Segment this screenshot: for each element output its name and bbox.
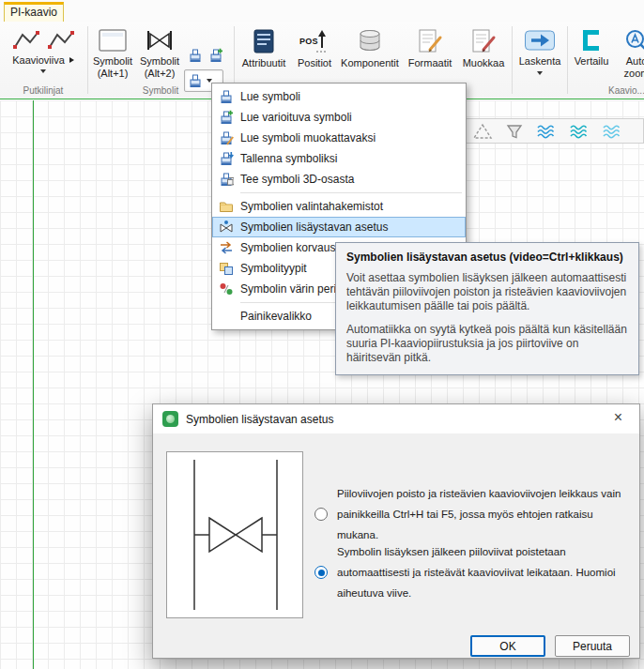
- menu-item-label: Painikevalikko: [240, 310, 312, 323]
- symbol-types-icon: [219, 261, 234, 276]
- valve-symbol-drawing: [167, 452, 302, 617]
- symbolit1-shortcut: (Alt+1): [93, 68, 132, 80]
- group-label-kaavio: Kaavio...: [608, 85, 644, 96]
- ribbon-tab-bar: PI-kaavio: [0, 0, 644, 22]
- tooltip-symbolien-lisaystavan-asetus: Symbolien lisäystavan asetus (video=Ctrl…: [335, 242, 639, 375]
- formaatit-label: Formaatit: [408, 57, 452, 69]
- hatch-waves-icon[interactable]: [602, 123, 622, 140]
- hatch-waves-icon[interactable]: [536, 123, 557, 140]
- group-label-symbolit: Symbolit: [90, 85, 231, 96]
- filter-funnel-icon[interactable]: [505, 122, 524, 141]
- menu-item-lue-varioituva-symboli[interactable]: Lue varioituva symboli: [212, 107, 466, 128]
- ribbon-button-laskenta[interactable]: Laskenta: [514, 23, 565, 97]
- positiot-label: Positiot: [298, 57, 331, 69]
- menu-item-label: Lue symboli: [240, 90, 300, 103]
- menu-item-lue-symboli[interactable]: Lue symboli: [212, 86, 466, 107]
- symbol-stamp-plus-icon: [219, 110, 234, 125]
- chevron-down-icon: [537, 71, 543, 75]
- pos-arrow-icon: POS: [299, 28, 330, 54]
- option-1-text: Piiloviivojen poisto ja risteävien kaavi…: [337, 483, 634, 545]
- komponentit-label: Komponentit: [341, 57, 399, 69]
- components-database-icon: [355, 28, 385, 54]
- group-label-putkilinjat: Putkilinjat: [2, 85, 84, 96]
- calc-arrow-icon: [524, 28, 556, 53]
- valve-settings-icon: [219, 220, 234, 235]
- arrow-right-icon: [69, 57, 74, 63]
- tooltip-body-1: Voit asettaa symbolien lisäyksen jälkeen…: [346, 271, 628, 313]
- hatch-waves-icon[interactable]: [569, 123, 590, 140]
- triangle-tool-icon[interactable]: [472, 122, 493, 141]
- format-document-pencil-icon: [416, 28, 444, 54]
- dialog-close-button[interactable]: ×: [597, 404, 639, 433]
- symbolit2-label: Symbolit: [140, 55, 179, 68]
- menu-item-symbolien-lisaystavan-asetus[interactable]: Symbolien lisäystavan asetus: [212, 217, 466, 237]
- cancel-button[interactable]: Peruuta: [555, 635, 630, 657]
- radio-option-2[interactable]: [314, 566, 328, 579]
- auto-zoom-icon: [624, 28, 644, 53]
- vertailu-label: Vertailu: [575, 55, 609, 68]
- menu-separator: [240, 192, 462, 193]
- attributes-panel-icon: [252, 28, 276, 54]
- group-divider: [87, 26, 88, 94]
- symbol-stamp-save-icon: [219, 151, 234, 166]
- swap-arrows-icon: [219, 240, 234, 255]
- symbol-stamp-edit-icon: [219, 130, 234, 145]
- dialog-title-bar: Symbolien lisäystavan asetus ×: [153, 404, 639, 433]
- menu-item-label: Symbolien valintahakemistot: [240, 200, 383, 213]
- laskenta-label: Laskenta: [519, 55, 561, 68]
- canvas-mini-toolbar: [460, 118, 644, 144]
- ok-button[interactable]: OK: [470, 635, 545, 657]
- symbol-stamp-icon[interactable]: [188, 48, 203, 63]
- valve-preview: [166, 451, 303, 618]
- autozoom-label-2: zoom: [624, 68, 644, 80]
- tooltip-title: Symbolien lisäystavan asetus (video=Ctrl…: [346, 251, 628, 264]
- dialog-app-icon: [162, 411, 178, 427]
- chevron-down-icon: [40, 69, 46, 73]
- dialog-symbolien-lisaystavan-asetus: Symbolien lisäystavan asetus × Piiloviiv…: [152, 403, 640, 659]
- edit-document-pencil-icon: [469, 28, 498, 54]
- symbol-stamp-icon: [219, 89, 234, 104]
- dialog-title: Symbolien lisäystavan asetus: [186, 413, 333, 426]
- menu-item-label: Symbolityypit: [240, 262, 307, 275]
- kaavioviiva-label: Kaavioviiva: [12, 54, 65, 66]
- menu-item-lue-symboli-muokattavaksi[interactable]: Lue symboli muokattavaksi: [212, 128, 466, 148]
- symbol-stamp-plus-icon[interactable]: [208, 48, 223, 63]
- valve-symbol-icon: [145, 28, 175, 53]
- group-divider: [512, 26, 513, 94]
- menu-item-symbolien-valintahakemistot[interactable]: Symbolien valintahakemistot: [212, 196, 466, 217]
- folder-icon: [219, 199, 234, 214]
- option-2-text: Symbolin lisäyksen jälkeen piiloviivat p…: [337, 541, 634, 603]
- sheet-border-line: [33, 100, 34, 669]
- ribbon-button-vertailu[interactable]: Vertailu: [570, 23, 613, 97]
- tab-pi-kaavio[interactable]: PI-kaavio: [4, 2, 64, 22]
- menu-item-label: Lue symboli muokattavaksi: [240, 131, 376, 144]
- radio-option-1[interactable]: [314, 508, 328, 521]
- symbol-card-icon: [98, 28, 128, 53]
- attribuutit-label: Attribuutit: [242, 57, 285, 69]
- menu-item-tee-symboli-3d-osasta[interactable]: Tee symboli 3D-osasta: [212, 169, 466, 190]
- kaavioviiva-line2-icon: [47, 28, 75, 51]
- muokkaa-label: Muokkaa: [463, 57, 505, 69]
- compare-c-icon: [579, 28, 604, 53]
- kaavioviiva-line-icon: [12, 28, 40, 51]
- menu-item-label: Lue varioituva symboli: [240, 111, 352, 124]
- option-row-2[interactable]: Symbolin lisäyksen jälkeen piiloviivat p…: [314, 541, 634, 603]
- menu-item-label: Tallenna symboliksi: [240, 152, 337, 165]
- menu-item-label: Tee symboli 3D-osasta: [240, 173, 354, 186]
- app-window: PI-kaavio Kaavioviiva Symbolit (Alt+1): [0, 0, 644, 669]
- menu-item-tallenna-symboliksi[interactable]: Tallenna symboliksi: [212, 148, 466, 169]
- symbolit2-shortcut: (Alt+2): [140, 68, 179, 80]
- option-row-1[interactable]: Piiloviivojen poisto ja risteävien kaavi…: [314, 483, 634, 545]
- autozoom-label-1: Auto: [624, 55, 644, 68]
- color-inherit-icon: [219, 281, 234, 296]
- symbol-stamp-3d-icon: [219, 172, 234, 187]
- symbolit1-label: Symbolit: [93, 55, 132, 68]
- group-divider: [567, 26, 568, 94]
- tooltip-body-2: Automatiikka on syytä kytkeä pois päältä…: [346, 323, 628, 365]
- radio-dot: [318, 570, 325, 576]
- menu-item-label: Symbolien lisäystavan asetus: [240, 220, 388, 234]
